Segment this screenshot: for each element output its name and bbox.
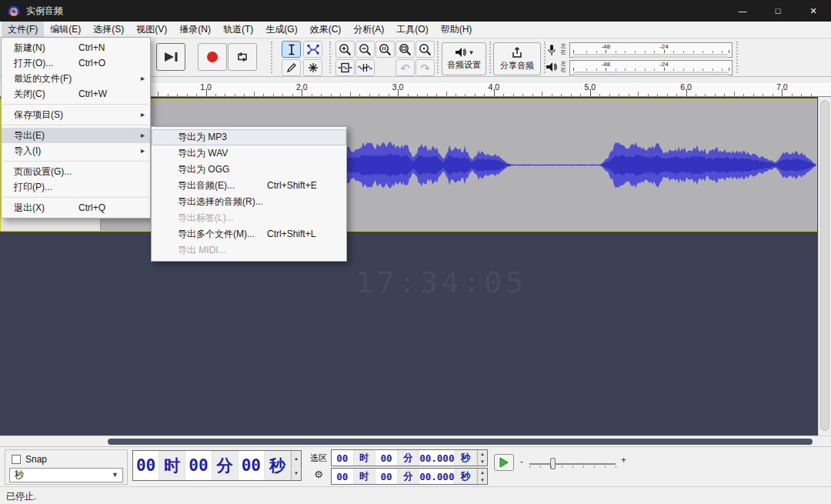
spinner-up-icon[interactable]: ▲ (478, 450, 487, 458)
export-menu-item-export-wav[interactable]: 导出为 WAV (152, 145, 346, 162)
close-button[interactable]: ✕ (796, 0, 831, 22)
file-menu-item-exit[interactable]: 退出(X)Ctrl+Q (2, 200, 150, 215)
meter-tick (586, 68, 587, 71)
export-menu-item-export-multiple[interactable]: 导出多个文件(M)...Ctrl+Shift+L (152, 226, 346, 242)
record-button[interactable] (198, 43, 227, 71)
vertical-scrollbar-thumb[interactable] (820, 100, 829, 431)
meter-bar (573, 72, 729, 73)
export-menu-item-export-mp3[interactable]: 导出为 MP3 (152, 129, 346, 145)
menu-bar: 文件(F)编辑(E)选择(S)视图(V)播录(N)轨道(T)生成(G)效果(C)… (0, 22, 831, 38)
toolbar-grip[interactable] (329, 42, 331, 73)
play-at-speed-button[interactable] (494, 454, 514, 471)
menu-item-label: 导出多个文件(M)... (178, 229, 255, 239)
loop-icon (235, 52, 250, 62)
recording-meter[interactable]: -48-24 (569, 42, 733, 58)
envelope-tool-button[interactable] (303, 41, 322, 58)
slider-tick (540, 466, 541, 468)
menu-item-label: 新建(N) (14, 42, 45, 53)
menubar-item-tools[interactable]: 工具(O) (390, 22, 434, 38)
file-menu-item-import[interactable]: 导入(I)▸ (2, 143, 150, 159)
zoom-in-button[interactable] (335, 41, 355, 58)
spinner-up-icon[interactable]: ▲ (478, 469, 487, 476)
undo-button: ↶ (395, 59, 415, 76)
ruler-tick (359, 94, 360, 97)
export-menu-item-export-ogg[interactable]: 导出为 OGG (152, 162, 346, 178)
selection-start-spinner[interactable]: ▲▼ (477, 450, 487, 466)
menubar-item-tracks[interactable]: 轨道(T) (217, 22, 259, 38)
trim-audio-button[interactable] (335, 59, 355, 76)
meter-tick (683, 51, 684, 53)
file-menu-item-open[interactable]: 打开(O)...Ctrl+O (2, 55, 150, 71)
loop-button[interactable] (228, 43, 257, 71)
playback-speed-slider[interactable]: - + (520, 452, 626, 475)
ruler-tick (187, 94, 188, 97)
selection-start-display[interactable]: 00时00分00.000秒 ▲▼ (331, 449, 488, 466)
menubar-item-select[interactable]: 选择(S) (87, 22, 130, 38)
file-menu-item-print[interactable]: 打印(P)... (2, 179, 150, 195)
menubar-item-help[interactable]: 帮助(H) (435, 22, 479, 38)
audio-setup-button[interactable]: ▾ 音频设置 (442, 42, 486, 75)
toolbar-grip[interactable] (271, 42, 272, 73)
menu-item-label: 打开(O)... (14, 58, 53, 68)
skip-to-end-button[interactable] (156, 43, 185, 71)
zoom-toggle-button[interactable] (416, 41, 435, 58)
export-menu-item-export-audio[interactable]: 导出音频(E)...Ctrl+Shift+E (152, 178, 346, 194)
menubar-item-transport[interactable]: 播录(N) (173, 22, 217, 38)
file-menu-item-export[interactable]: 导出(E)▸ (2, 128, 150, 143)
spinner-down-icon[interactable]: ▼ (292, 466, 301, 480)
menu-separator (3, 161, 149, 162)
meter-bar (573, 56, 729, 58)
audio-position-display[interactable]: 00时00分00秒 ▲▼ (132, 450, 302, 481)
menu-item-label: 导出标签(L)... (178, 212, 234, 223)
zoom-out-button[interactable] (355, 41, 375, 58)
ruler-tick (312, 94, 312, 97)
menubar-item-analyze[interactable]: 分析(A) (347, 22, 390, 38)
menubar-item-generate[interactable]: 生成(G) (259, 22, 303, 38)
multi-tool-button[interactable] (303, 59, 322, 76)
horizontal-scrollbar-thumb[interactable] (108, 439, 813, 445)
ruler-tick (801, 94, 802, 97)
export-menu-item-export-selected[interactable]: 导出选择的音频(R)... (152, 194, 346, 210)
toolbar-grip[interactable] (736, 42, 738, 73)
gear-icon[interactable]: ⚙ (308, 469, 329, 480)
zoom-selection-button[interactable] (375, 41, 395, 58)
selection-tool-button[interactable] (282, 41, 301, 58)
playback-meter[interactable]: -48-24 (569, 60, 733, 75)
horizontal-scrollbar[interactable] (0, 436, 831, 446)
meter-tick (693, 51, 694, 53)
position-spinner[interactable]: ▲▼ (291, 451, 301, 480)
spinner-up-icon[interactable]: ▲ (292, 451, 301, 466)
file-menu-item-close[interactable]: 关闭(C)Ctrl+W (2, 86, 150, 102)
file-menu-item-new[interactable]: 新建(N)Ctrl+N (2, 40, 150, 55)
meter-tick (616, 68, 616, 71)
speed-minus-label: - (520, 456, 523, 467)
slider-track[interactable] (529, 463, 616, 465)
menu-item-label: 导出为 OGG (178, 164, 229, 175)
toolbar-grip[interactable] (489, 42, 491, 73)
minimize-button[interactable]: — (725, 0, 760, 22)
ruler-tick (715, 94, 716, 97)
maximize-button[interactable]: □ (760, 0, 796, 22)
file-menu-item-save-project[interactable]: 保存项目(S)▸ (2, 107, 150, 122)
file-menu-item-recent[interactable]: 最近的文件(F)▸ (2, 71, 150, 86)
selection-end-spinner[interactable]: ▲▼ (477, 469, 487, 484)
toolbar-grip[interactable] (437, 42, 439, 73)
menubar-item-edit[interactable]: 编辑(E) (44, 22, 87, 38)
file-menu-item-page-setup[interactable]: 页面设置(G)... (2, 164, 150, 179)
selection-end-display[interactable]: 00时00分00.000秒 ▲▼ (331, 468, 488, 485)
spinner-down-icon[interactable]: ▼ (478, 458, 487, 466)
menubar-item-view[interactable]: 视图(V) (130, 22, 173, 38)
menubar-item-file[interactable]: 文件(F) (2, 22, 44, 38)
vertical-scrollbar[interactable] (818, 97, 831, 436)
ruler-tick (158, 92, 159, 96)
silence-audio-button[interactable] (355, 59, 375, 76)
share-audio-button[interactable]: 分享音频 (493, 42, 541, 75)
snap-label: Snap (25, 454, 47, 465)
snap-checkbox[interactable] (12, 455, 21, 464)
time-format-select[interactable]: 秒 ▼ (9, 468, 123, 482)
menubar-item-effect[interactable]: 效果(C) (304, 22, 348, 38)
spinner-down-icon[interactable]: ▼ (478, 476, 487, 484)
draw-tool-button[interactable] (282, 59, 301, 76)
ruler-tick (638, 92, 639, 96)
fit-project-button[interactable] (395, 41, 415, 58)
